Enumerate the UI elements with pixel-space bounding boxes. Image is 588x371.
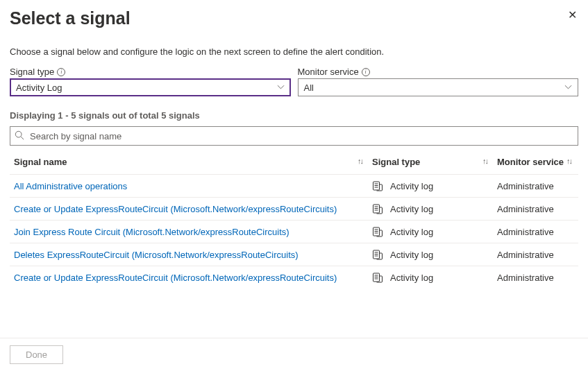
signal-type-cell: Activity log: [390, 181, 433, 191]
table-row: Create or Update ExpressRouteCircuit (Mi…: [10, 266, 578, 289]
sort-icon: ↑↓: [358, 157, 362, 165]
activity-log-icon: [372, 226, 383, 237]
table-row: Join Express Route Circuit (Microsoft.Ne…: [10, 221, 578, 243]
sort-icon: ↑↓: [482, 157, 487, 165]
search-icon: [15, 130, 24, 142]
signal-type-cell: Activity log: [390, 204, 433, 214]
column-header-name-label: Signal name: [14, 157, 67, 167]
svg-line-1: [21, 137, 24, 139]
signal-name-link[interactable]: Deletes ExpressRouteCircuit (Microsoft.N…: [14, 250, 299, 260]
signal-type-label: Signal type: [10, 67, 54, 77]
signal-type-cell: Activity log: [390, 273, 433, 283]
signal-name-link[interactable]: Join Express Route Circuit (Microsoft.Ne…: [14, 227, 289, 237]
monitor-service-cell: Administrative: [494, 266, 578, 289]
signal-name-link[interactable]: All Administrative operations: [14, 181, 127, 191]
sort-icon: ↑↓: [566, 157, 571, 165]
chevron-down-icon: [564, 83, 572, 92]
column-header-type[interactable]: Signal type ↑↓: [369, 153, 494, 175]
activity-log-icon: [372, 249, 383, 260]
monitor-service-cell: Administrative: [494, 198, 578, 221]
svg-point-0: [15, 131, 22, 137]
signal-name-link[interactable]: Create or Update ExpressRouteCircuit (Mi…: [14, 204, 337, 214]
monitor-service-dropdown[interactable]: All: [298, 78, 579, 96]
panel-description: Choose a signal below and configure the …: [10, 46, 578, 57]
chevron-down-icon: [277, 83, 285, 92]
search-box[interactable]: [10, 126, 578, 146]
result-count: Displaying 1 - 5 signals out of total 5 …: [10, 110, 578, 121]
info-icon[interactable]: i: [362, 68, 370, 76]
monitor-service-label: Monitor service: [298, 67, 359, 77]
monitor-service-cell: Administrative: [494, 221, 578, 243]
column-header-service[interactable]: Monitor service ↑↓: [494, 153, 578, 175]
column-header-name[interactable]: Signal name ↑↓: [10, 153, 369, 175]
activity-log-icon: [372, 272, 383, 283]
monitor-service-cell: Administrative: [494, 243, 578, 266]
close-icon[interactable]: ✕: [566, 8, 578, 22]
signal-type-value: Activity Log: [16, 83, 62, 93]
table-row: All Administrative operations Activity l…: [10, 175, 578, 198]
table-row: Deletes ExpressRouteCircuit (Microsoft.N…: [10, 243, 578, 266]
table-row: Create or Update ExpressRouteCircuit (Mi…: [10, 198, 578, 221]
column-header-service-label: Monitor service: [497, 157, 564, 167]
panel-title: Select a signal: [10, 8, 131, 28]
signal-name-link[interactable]: Create or Update ExpressRouteCircuit (Mi…: [14, 273, 337, 283]
monitor-service-cell: Administrative: [494, 175, 578, 198]
activity-log-icon: [372, 180, 383, 191]
activity-log-icon: [372, 203, 383, 214]
signal-type-dropdown[interactable]: Activity Log: [10, 78, 291, 96]
signal-type-cell: Activity log: [390, 227, 433, 237]
signal-type-cell: Activity log: [390, 250, 433, 260]
column-header-type-label: Signal type: [372, 157, 420, 167]
done-button[interactable]: Done: [10, 345, 63, 364]
monitor-service-value: All: [304, 83, 314, 93]
info-icon[interactable]: i: [57, 68, 65, 76]
search-input[interactable]: [28, 130, 573, 142]
